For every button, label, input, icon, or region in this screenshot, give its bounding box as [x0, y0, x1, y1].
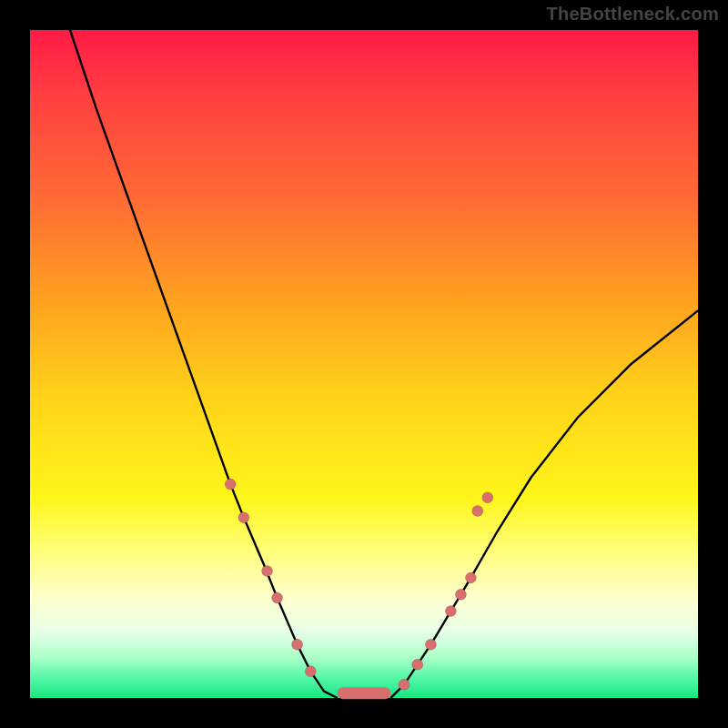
- curve-svg: [30, 30, 698, 698]
- data-marker: [225, 479, 236, 490]
- data-markers: [225, 479, 493, 690]
- data-marker: [262, 566, 273, 577]
- data-marker: [399, 679, 410, 690]
- data-marker: [412, 659, 423, 670]
- data-marker: [292, 639, 303, 650]
- data-marker: [455, 589, 466, 600]
- data-marker: [445, 606, 456, 617]
- data-marker: [272, 592, 283, 603]
- plot-area: [30, 30, 698, 698]
- chart-container: TheBottleneck.com: [0, 0, 728, 728]
- flat-bottom-bar: [338, 687, 391, 699]
- data-marker: [238, 512, 249, 523]
- left-curve: [70, 30, 338, 698]
- data-marker: [425, 639, 436, 650]
- data-marker: [465, 572, 476, 583]
- right-curve: [390, 310, 698, 698]
- data-marker: [482, 492, 493, 503]
- data-marker: [305, 666, 316, 677]
- data-marker: [472, 505, 483, 516]
- watermark-text: TheBottleneck.com: [546, 4, 719, 25]
